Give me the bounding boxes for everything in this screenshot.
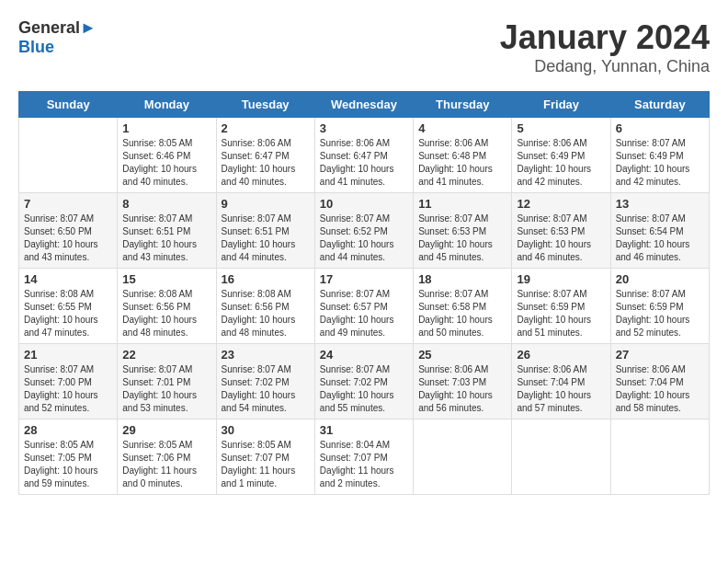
day-info: Sunrise: 8:08 AM Sunset: 6:56 PM Dayligh… — [122, 288, 210, 339]
day-info: Sunrise: 8:07 AM Sunset: 6:53 PM Dayligh… — [418, 213, 506, 264]
day-cell: 7Sunrise: 8:07 AM Sunset: 6:50 PM Daylig… — [19, 193, 118, 269]
day-cell: 30Sunrise: 8:05 AM Sunset: 7:07 PM Dayli… — [216, 419, 314, 495]
day-number: 16 — [222, 272, 310, 286]
day-info: Sunrise: 8:06 AM Sunset: 7:04 PM Dayligh… — [616, 363, 704, 415]
header-row: SundayMondayTuesdayWednesdayThursdayFrid… — [19, 92, 710, 118]
calendar-table: SundayMondayTuesdayWednesdayThursdayFrid… — [18, 91, 710, 495]
day-number: 7 — [24, 197, 112, 211]
day-cell: 28Sunrise: 8:05 AM Sunset: 7:05 PM Dayli… — [19, 419, 118, 495]
day-info: Sunrise: 8:05 AM Sunset: 6:46 PM Dayligh… — [122, 137, 210, 189]
day-number: 20 — [616, 272, 704, 286]
day-cell — [19, 118, 118, 193]
day-info: Sunrise: 8:04 AM Sunset: 7:07 PM Dayligh… — [320, 439, 408, 490]
day-cell: 18Sunrise: 8:07 AM Sunset: 6:58 PM Dayli… — [414, 269, 512, 344]
day-cell: 31Sunrise: 8:04 AM Sunset: 7:07 PM Dayli… — [314, 419, 413, 495]
column-header-friday: Friday — [512, 92, 610, 118]
day-info: Sunrise: 8:07 AM Sunset: 6:59 PM Dayligh… — [517, 288, 605, 339]
day-info: Sunrise: 8:08 AM Sunset: 6:55 PM Dayligh… — [24, 288, 112, 339]
day-cell: 14Sunrise: 8:08 AM Sunset: 6:55 PM Dayli… — [19, 269, 118, 344]
day-number: 31 — [320, 423, 408, 437]
day-number: 14 — [24, 272, 112, 286]
day-number: 2 — [222, 121, 310, 135]
day-number: 21 — [24, 348, 112, 362]
day-number: 19 — [517, 272, 605, 286]
day-cell: 16Sunrise: 8:08 AM Sunset: 6:56 PM Dayli… — [216, 269, 314, 344]
day-cell: 8Sunrise: 8:07 AM Sunset: 6:51 PM Daylig… — [118, 193, 216, 269]
day-cell: 29Sunrise: 8:05 AM Sunset: 7:06 PM Dayli… — [118, 419, 216, 495]
day-number: 30 — [222, 423, 310, 437]
day-info: Sunrise: 8:08 AM Sunset: 6:56 PM Dayligh… — [222, 288, 310, 339]
day-number: 24 — [320, 348, 408, 362]
week-row-5: 28Sunrise: 8:05 AM Sunset: 7:05 PM Dayli… — [19, 419, 710, 495]
day-cell: 22Sunrise: 8:07 AM Sunset: 7:01 PM Dayli… — [118, 344, 216, 419]
day-info: Sunrise: 8:05 AM Sunset: 7:05 PM Dayligh… — [24, 439, 112, 490]
day-number: 1 — [122, 121, 210, 135]
day-info: Sunrise: 8:07 AM Sunset: 6:52 PM Dayligh… — [320, 213, 408, 264]
day-cell: 3Sunrise: 8:06 AM Sunset: 6:47 PM Daylig… — [314, 118, 413, 193]
calendar-header: SundayMondayTuesdayWednesdayThursdayFrid… — [19, 92, 710, 118]
day-cell: 6Sunrise: 8:07 AM Sunset: 6:49 PM Daylig… — [610, 118, 709, 193]
day-number: 12 — [517, 197, 605, 211]
column-header-tuesday: Tuesday — [216, 92, 314, 118]
day-number: 18 — [418, 272, 506, 286]
column-header-saturday: Saturday — [610, 92, 709, 118]
day-number: 5 — [517, 121, 605, 135]
day-info: Sunrise: 8:06 AM Sunset: 6:47 PM Dayligh… — [320, 137, 408, 189]
week-row-4: 21Sunrise: 8:07 AM Sunset: 7:00 PM Dayli… — [19, 344, 710, 419]
day-info: Sunrise: 8:07 AM Sunset: 6:54 PM Dayligh… — [616, 213, 704, 264]
day-cell: 10Sunrise: 8:07 AM Sunset: 6:52 PM Dayli… — [314, 193, 413, 269]
day-info: Sunrise: 8:07 AM Sunset: 7:02 PM Dayligh… — [320, 363, 408, 415]
logo: General► Blue — [18, 18, 97, 57]
logo-blue-text: ► — [80, 18, 97, 37]
day-number: 15 — [122, 272, 210, 286]
day-number: 3 — [320, 121, 408, 135]
day-cell: 11Sunrise: 8:07 AM Sunset: 6:53 PM Dayli… — [414, 193, 512, 269]
title-block: January 2024 Dedang, Yunnan, China — [500, 18, 710, 76]
day-cell: 1Sunrise: 8:05 AM Sunset: 6:46 PM Daylig… — [118, 118, 216, 193]
day-cell: 4Sunrise: 8:06 AM Sunset: 6:48 PM Daylig… — [414, 118, 512, 193]
day-number: 23 — [222, 348, 310, 362]
day-number: 11 — [418, 197, 506, 211]
column-header-wednesday: Wednesday — [314, 92, 413, 118]
day-cell — [610, 419, 709, 495]
day-info: Sunrise: 8:07 AM Sunset: 6:53 PM Dayligh… — [517, 213, 605, 264]
day-cell: 15Sunrise: 8:08 AM Sunset: 6:56 PM Dayli… — [118, 269, 216, 344]
day-cell: 24Sunrise: 8:07 AM Sunset: 7:02 PM Dayli… — [314, 344, 413, 419]
day-info: Sunrise: 8:06 AM Sunset: 7:03 PM Dayligh… — [418, 363, 506, 415]
day-number: 29 — [122, 423, 210, 437]
day-cell: 26Sunrise: 8:06 AM Sunset: 7:04 PM Dayli… — [512, 344, 610, 419]
day-info: Sunrise: 8:05 AM Sunset: 7:07 PM Dayligh… — [222, 439, 310, 490]
calendar-body: 1Sunrise: 8:05 AM Sunset: 6:46 PM Daylig… — [19, 118, 710, 495]
day-info: Sunrise: 8:07 AM Sunset: 6:51 PM Dayligh… — [122, 213, 210, 264]
day-cell — [414, 419, 512, 495]
week-row-1: 1Sunrise: 8:05 AM Sunset: 6:46 PM Daylig… — [19, 118, 710, 193]
location-subtitle: Dedang, Yunnan, China — [500, 57, 710, 76]
day-info: Sunrise: 8:06 AM Sunset: 6:48 PM Dayligh… — [418, 137, 506, 189]
day-info: Sunrise: 8:07 AM Sunset: 6:57 PM Dayligh… — [320, 288, 408, 339]
week-row-3: 14Sunrise: 8:08 AM Sunset: 6:55 PM Dayli… — [19, 269, 710, 344]
day-cell: 12Sunrise: 8:07 AM Sunset: 6:53 PM Dayli… — [512, 193, 610, 269]
day-info: Sunrise: 8:06 AM Sunset: 6:49 PM Dayligh… — [517, 137, 605, 189]
month-year-title: January 2024 — [500, 18, 710, 57]
day-cell: 5Sunrise: 8:06 AM Sunset: 6:49 PM Daylig… — [512, 118, 610, 193]
day-cell: 25Sunrise: 8:06 AM Sunset: 7:03 PM Dayli… — [414, 344, 512, 419]
day-number: 4 — [418, 121, 506, 135]
day-cell: 2Sunrise: 8:06 AM Sunset: 6:47 PM Daylig… — [216, 118, 314, 193]
day-info: Sunrise: 8:07 AM Sunset: 6:49 PM Dayligh… — [616, 137, 704, 189]
day-number: 26 — [517, 348, 605, 362]
day-number: 13 — [616, 197, 704, 211]
day-cell: 27Sunrise: 8:06 AM Sunset: 7:04 PM Dayli… — [610, 344, 709, 419]
logo-general: General — [18, 18, 80, 37]
column-header-sunday: Sunday — [19, 92, 118, 118]
day-number: 27 — [616, 348, 704, 362]
day-info: Sunrise: 8:05 AM Sunset: 7:06 PM Dayligh… — [122, 439, 210, 490]
day-info: Sunrise: 8:07 AM Sunset: 7:01 PM Dayligh… — [122, 363, 210, 415]
day-info: Sunrise: 8:07 AM Sunset: 6:58 PM Dayligh… — [418, 288, 506, 339]
page-header: General► Blue January 2024 Dedang, Yunna… — [18, 18, 710, 76]
day-info: Sunrise: 8:07 AM Sunset: 6:51 PM Dayligh… — [222, 213, 310, 264]
day-number: 10 — [320, 197, 408, 211]
day-info: Sunrise: 8:07 AM Sunset: 7:02 PM Dayligh… — [222, 363, 310, 415]
day-info: Sunrise: 8:06 AM Sunset: 6:47 PM Dayligh… — [222, 137, 310, 189]
day-cell: 19Sunrise: 8:07 AM Sunset: 6:59 PM Dayli… — [512, 269, 610, 344]
column-header-monday: Monday — [118, 92, 216, 118]
